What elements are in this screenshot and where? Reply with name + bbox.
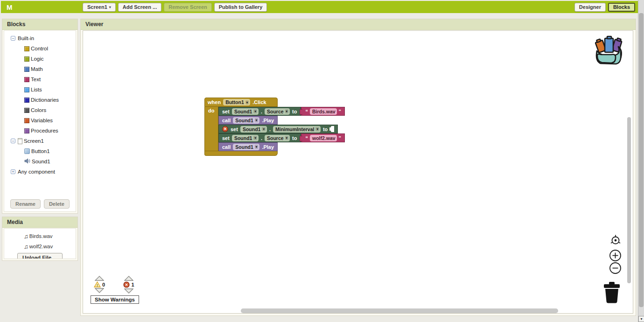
call-keyword: call (222, 144, 231, 150)
center-blocks-icon[interactable] (609, 234, 622, 246)
previous-warning-arrow[interactable] (95, 276, 104, 281)
text-label: Text (31, 77, 41, 82)
to-keyword: to (292, 135, 297, 141)
media-file-label: Birds.wav (29, 233, 53, 239)
screen-icon (18, 138, 22, 144)
set-sound1-source-block[interactable]: set Sound1 ▾ . Source ▾ to (218, 107, 301, 116)
button1-component-dropdown[interactable]: Button1 ▾ (223, 99, 250, 105)
tree-item-text[interactable]: Text (4, 74, 76, 84)
tree-item-button1[interactable]: Button1 (4, 146, 76, 156)
workspace-horizontal-scrollbar[interactable] (241, 308, 558, 313)
source-property-dropdown[interactable]: Source ▾ (265, 135, 290, 141)
property-name: MinimumInterval (275, 126, 314, 132)
zoom-out-icon[interactable] (609, 262, 622, 274)
dropdown-arrow-icon: ▾ (253, 136, 257, 140)
close-quote: ” (339, 109, 342, 114)
publish-to-gallery-button[interactable]: Publish to Gallery (214, 3, 267, 12)
tree-item-screen1[interactable]: − Screen1 (4, 136, 76, 146)
scroll-down-arrow-icon[interactable]: ▾ (638, 316, 644, 322)
logic-label: Logic (31, 56, 44, 62)
set-sound1-source-block[interactable]: set Sound1 ▾ . Source ▾ to (218, 133, 301, 142)
built-in-label: Built-in (18, 35, 34, 41)
music-note-icon: ♫ (24, 233, 28, 240)
property-name: Source (267, 109, 284, 114)
tree-item-dictionaries[interactable]: Dictionaries (4, 95, 76, 105)
when-keyword: when (208, 99, 221, 105)
tree-item-lists[interactable]: Lists (4, 84, 76, 95)
set-keyword: set (222, 109, 230, 114)
tree-item-any-component[interactable]: + Any component (4, 167, 76, 177)
logic-drawer-icon (24, 56, 29, 62)
dot-separator: . (261, 109, 262, 114)
workspace-vertical-scrollbar[interactable] (627, 117, 631, 283)
tree-item-procedures[interactable]: Procedures (4, 126, 76, 136)
show-warnings-button[interactable]: Show Warnings (91, 295, 139, 304)
collapse-expander-icon[interactable]: − (11, 36, 15, 41)
sound1-component-dropdown[interactable]: Sound1 ▾ (232, 135, 259, 141)
sound1-component-dropdown[interactable]: Sound1 ▾ (233, 117, 259, 124)
warning-count: 0 (102, 282, 105, 287)
expand-expander-icon[interactable]: + (11, 169, 15, 174)
delete-button[interactable]: Delete (44, 199, 70, 209)
dropdown-arrow-icon: ▾ (262, 127, 266, 131)
tree-item-logic[interactable]: Logic (4, 54, 76, 64)
call-sound1-play-block[interactable]: call Sound1 ▾ .Play (218, 116, 278, 125)
sound1-component-dropdown[interactable]: Sound1 ▾ (232, 108, 259, 115)
media-panel: Media ♫ Birds.wav ♫ wolf2.wav Upload Fil… (2, 217, 78, 261)
lists-label: Lists (31, 87, 42, 92)
rename-button[interactable]: Rename (10, 199, 41, 209)
colors-label: Colors (31, 107, 46, 113)
blocks-workspace-canvas[interactable]: when Button1 ▾ .Click do set Sound1 (83, 30, 633, 314)
add-screen-button[interactable]: Add Screen ... (118, 3, 161, 12)
backpack-icon[interactable] (594, 34, 625, 68)
page-scrollbar-thumb[interactable] (639, 13, 644, 307)
open-quote: “ (306, 135, 308, 141)
upload-file-button[interactable]: Upload File ... (17, 253, 63, 259)
remove-screen-button: Remove Screen (164, 3, 212, 12)
app-logo: M (7, 3, 13, 11)
sound1-component-dropdown[interactable]: Sound1 ▾ (233, 144, 259, 150)
tree-item-math[interactable]: Math (4, 64, 76, 74)
blocks-tab-button[interactable]: Blocks (608, 3, 635, 12)
designer-tab-button[interactable]: Designer (574, 3, 606, 12)
tree-item-sound1[interactable]: Sound1 (4, 156, 76, 167)
next-warning-arrow[interactable] (95, 288, 104, 293)
call-sound1-play-block[interactable]: call Sound1 ▾ .Play (218, 142, 278, 151)
empty-value-socket[interactable] (331, 126, 334, 132)
event-name: .Click (252, 99, 266, 105)
trash-can-icon[interactable] (601, 281, 623, 306)
screen-actions: Screen1 ▾ Add Screen ... Remove Screen P… (83, 3, 267, 12)
tree-item-built-in[interactable]: − Built-in (4, 33, 76, 43)
text-string-wolf2-wav-block[interactable]: “ wolf2.wav ” (301, 133, 345, 142)
dropdown-arrow-icon: ▾ (253, 109, 257, 113)
source-property-dropdown[interactable]: Source ▾ (265, 108, 290, 115)
procedures-drawer-icon (24, 128, 29, 133)
previous-error-arrow[interactable] (124, 276, 133, 281)
tree-item-control[interactable]: Control (4, 43, 76, 54)
string-value[interactable]: wolf2.wav (310, 135, 337, 141)
when-button1-click-block[interactable]: when Button1 ▾ .Click do set Sound1 (204, 98, 345, 156)
error-badge-icon[interactable]: ✕ (222, 126, 228, 132)
sound1-component-dropdown[interactable]: Sound1 ▾ (240, 126, 267, 133)
dictionaries-drawer-icon (24, 98, 29, 103)
component-name: Sound1 (243, 126, 261, 132)
set-sound1-minimuminterval-block[interactable]: ✕ set Sound1 ▾ . MinimumInterval ▾ (218, 125, 338, 133)
viewer-panel: Viewer when Button1 (80, 19, 636, 316)
control-label: Control (31, 46, 48, 51)
tree-item-colors[interactable]: Colors (4, 105, 76, 115)
screen-selector-dropdown[interactable]: Screen1 ▾ (83, 3, 116, 12)
text-string-birds-wav-block[interactable]: “ Birds.wav ” (301, 107, 345, 116)
media-item-birds-wav[interactable]: ♫ Birds.wav (4, 231, 76, 241)
call-keyword: call (222, 118, 231, 123)
string-value[interactable]: Birds.wav (310, 108, 337, 115)
colors-drawer-icon (24, 108, 29, 113)
set-keyword: set (231, 126, 238, 132)
tree-item-variables[interactable]: Variables (4, 115, 76, 126)
to-keyword: to (292, 109, 297, 114)
dot-separator: . (269, 126, 271, 132)
collapse-expander-icon[interactable]: − (11, 139, 15, 143)
zoom-in-icon[interactable] (609, 249, 622, 262)
minimuminterval-property-dropdown[interactable]: MinimumInterval ▾ (273, 126, 321, 133)
media-item-wolf2-wav[interactable]: ♫ wolf2.wav (4, 241, 76, 252)
next-error-arrow[interactable] (124, 288, 133, 294)
